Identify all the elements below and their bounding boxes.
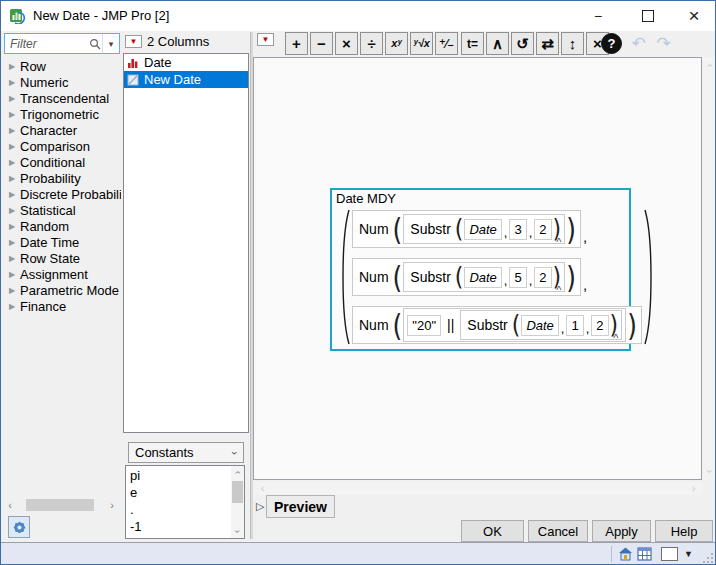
constant-item-neg1[interactable]: -1 (126, 518, 231, 535)
formula-expression-selected[interactable]: Date MDY Num ( Substr ( Date , (330, 188, 631, 351)
function-category-parametric-model[interactable]: ▶Parametric Mode (4, 282, 121, 298)
canvas-vscrollbar[interactable]: › › (703, 57, 716, 480)
data-table-icon[interactable] (637, 547, 652, 561)
filter-dropdown-button[interactable]: ▾ (102, 34, 119, 53)
function-category-conditional[interactable]: ▶Conditional (4, 154, 121, 170)
num-term[interactable]: Num ( "20" || Substr ( Date , 1 , (352, 306, 642, 344)
function-category-assignment[interactable]: ▶Assignment (4, 266, 121, 282)
column-item-new-date[interactable]: New Date (124, 71, 248, 88)
number-term[interactable]: 1 (566, 315, 583, 336)
substr-term[interactable]: Substr ( Date , 1 , 2 ) ^ (460, 310, 622, 340)
maximize-button[interactable] (625, 1, 671, 31)
function-category-character[interactable]: ▶Character (4, 122, 121, 138)
statusbar-dropdown-icon[interactable]: ▼ (684, 549, 693, 559)
jmp-formula-editor-window: New Date - JMP Pro [2] − × ▾ ▶Row ▶Numer… (0, 0, 716, 565)
preview-button[interactable]: Preview (266, 495, 335, 518)
swap-icon: ⇄ (541, 36, 554, 51)
concat-term[interactable]: "20" || Substr ( Date , 1 , 2 ) (403, 308, 626, 342)
peel-expression-button[interactable]: ∧ (486, 32, 509, 55)
column-ref-term[interactable]: Date (521, 315, 558, 336)
function-category-probability[interactable]: ▶Probability (4, 170, 121, 186)
constant-item-e[interactable]: e (126, 484, 231, 501)
function-category-transcendental[interactable]: ▶Transcendental (4, 90, 121, 106)
unary-sign-button[interactable]: ⁺⁄₋ (435, 32, 458, 55)
scroll-up-icon[interactable]: › (703, 59, 716, 72)
function-category-discrete-probability[interactable]: ▶Discrete Probabili (4, 186, 121, 202)
cancel-button[interactable]: Cancel (528, 520, 588, 542)
paren-close: ) (553, 216, 562, 241)
column-item-date[interactable]: Date (124, 54, 248, 71)
power-button[interactable]: xʸ (385, 32, 408, 55)
redo-button[interactable]: ↷ (652, 32, 675, 55)
columns-menu-button[interactable]: ▼ (125, 35, 142, 48)
function-category-finance[interactable]: ▶Finance (4, 298, 121, 314)
scroll-right-icon[interactable]: › (106, 498, 118, 512)
swap-terms-button[interactable]: ⇄ (536, 32, 559, 55)
num-term[interactable]: Num ( Substr ( Date , 3 , 2 ) ^ (352, 210, 581, 248)
function-name: Substr (467, 317, 507, 333)
number-term[interactable]: 3 (509, 219, 526, 240)
apply-button[interactable]: Apply (592, 520, 651, 542)
preview-expander-icon[interactable]: ▷ (256, 500, 264, 513)
constant-item-pi[interactable]: pi (126, 467, 231, 484)
string-term[interactable]: "20" (407, 315, 441, 336)
substr-term[interactable]: Substr ( Date , 5 , 2 ) ^ (403, 262, 565, 292)
question-mark-icon: ? (608, 37, 616, 50)
local-variable-button[interactable]: t= (461, 32, 484, 55)
substr-term[interactable]: Substr ( Date , 3 , 2 ) ^ (403, 214, 565, 244)
number-term[interactable]: 2 (591, 315, 608, 336)
scroll-left-icon[interactable]: ‹ (4, 498, 16, 512)
function-category-date-time[interactable]: ▶Date Time (4, 234, 121, 250)
scroll-up-icon[interactable]: › (231, 466, 244, 479)
function-category-row[interactable]: ▶Row (4, 58, 121, 74)
minimize-button[interactable]: − (575, 1, 621, 31)
function-category-random[interactable]: ▶Random (4, 218, 121, 234)
number-term[interactable]: 2 (534, 219, 551, 240)
scroll-right-icon[interactable]: › (687, 482, 700, 495)
subtract-button[interactable]: − (310, 32, 333, 55)
close-button[interactable]: × (671, 1, 716, 31)
function-category-numeric[interactable]: ▶Numeric (4, 74, 121, 90)
resize-grip[interactable] (703, 553, 714, 564)
canvas-hscrollbar[interactable]: ‹ › (254, 482, 702, 495)
vscroll-thumb[interactable] (232, 481, 243, 503)
constants-vscrollbar[interactable]: › › (231, 466, 244, 538)
num-term[interactable]: Num ( Substr ( Date , 5 , 2 ) ^ (352, 258, 581, 296)
dynamic-reference-button[interactable]: ↺ (511, 32, 534, 55)
invert-expression-button[interactable]: ↕ (561, 32, 584, 55)
multiply-button[interactable]: × (335, 32, 358, 55)
column-ref-term[interactable]: Date (464, 219, 501, 240)
constant-item-dot[interactable]: . (126, 501, 231, 518)
formula-function-name[interactable]: Date MDY (336, 191, 396, 206)
hscroll-track[interactable] (16, 498, 106, 512)
home-window-icon[interactable] (618, 547, 633, 561)
function-category-row-state[interactable]: ▶Row State (4, 250, 121, 266)
expand-triangle-icon: ▶ (4, 254, 20, 263)
divide-button[interactable]: ÷ (360, 32, 383, 55)
settings-button[interactable] (8, 516, 30, 538)
color-swatch[interactable] (661, 547, 678, 561)
formula-editor-menu-button[interactable]: ▼ (257, 33, 274, 46)
scroll-left-icon[interactable]: ‹ (256, 482, 269, 495)
number-term[interactable]: 2 (534, 267, 551, 288)
function-category-statistical[interactable]: ▶Statistical (4, 202, 121, 218)
expand-triangle-icon: ▶ (4, 286, 20, 295)
function-category-comparison[interactable]: ▶Comparison (4, 138, 121, 154)
function-list-hscrollbar[interactable]: ‹ › (4, 498, 118, 512)
help-button[interactable]: Help (655, 520, 713, 542)
help-button-toolbar[interactable]: ? (601, 33, 622, 54)
number-term[interactable]: 5 (509, 267, 526, 288)
scroll-down-icon[interactable]: › (231, 525, 244, 538)
hscroll-thumb[interactable] (26, 499, 94, 511)
add-button[interactable]: + (285, 32, 308, 55)
preview-label: Preview (274, 499, 327, 515)
column-ref-term[interactable]: Date (464, 267, 501, 288)
ok-button[interactable]: OK (461, 520, 524, 542)
undo-button[interactable]: ↶ (627, 32, 650, 55)
constants-dropdown[interactable]: Constants › (128, 442, 244, 463)
function-category-trigonometric[interactable]: ▶Trigonometric (4, 106, 121, 122)
scroll-down-icon[interactable]: › (703, 465, 716, 478)
root-button[interactable]: ʸ√x (410, 32, 433, 55)
constant-label: -1 (130, 519, 142, 534)
filter-input[interactable] (5, 37, 88, 51)
